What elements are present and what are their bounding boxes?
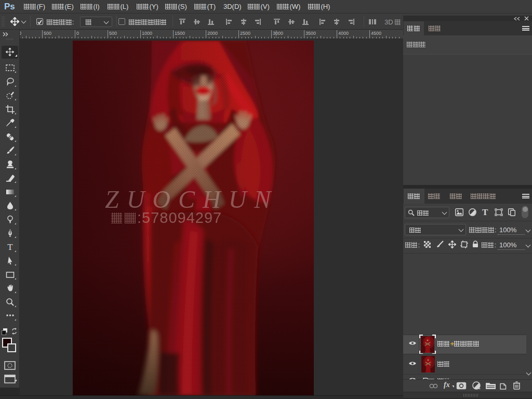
svg-text:T: T xyxy=(7,242,13,252)
svg-text::578094297: :578094297 xyxy=(137,209,222,226)
